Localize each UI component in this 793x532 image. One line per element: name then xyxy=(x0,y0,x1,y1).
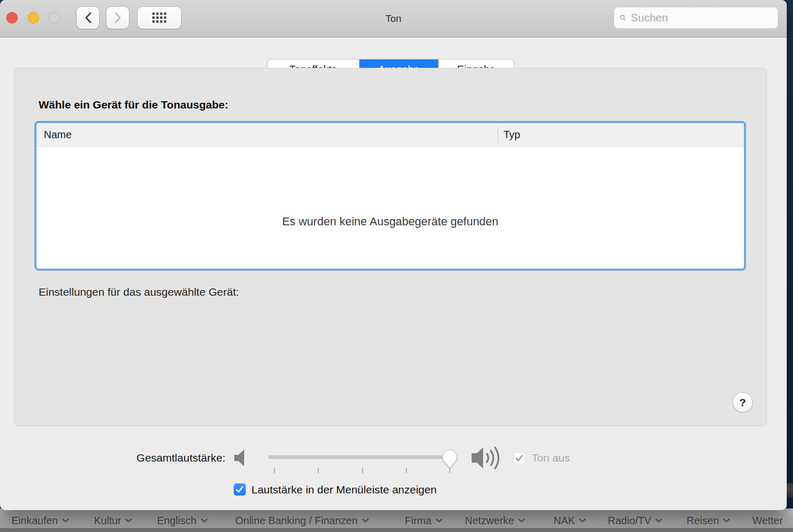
bookmark-item[interactable]: Wetter xyxy=(752,513,783,528)
bookmark-label: Englisch xyxy=(157,515,197,527)
bookmark-item[interactable]: NAK xyxy=(554,513,586,528)
zoom-button[interactable] xyxy=(49,12,60,23)
chevron-left-icon xyxy=(85,12,92,23)
chevron-down-icon xyxy=(362,518,369,523)
bookmark-label: Reisen xyxy=(687,515,719,527)
column-divider[interactable] xyxy=(498,126,498,143)
chevron-down-icon xyxy=(125,518,132,523)
minimize-button[interactable] xyxy=(28,12,39,23)
titlebar: Ton xyxy=(0,0,787,38)
menubar-volume-checkbox[interactable] xyxy=(234,483,246,495)
forward-button[interactable] xyxy=(106,7,129,29)
slider-thumb[interactable] xyxy=(441,449,458,469)
screen: Einkaufen Kultur Englisch Online Banking… xyxy=(0,0,793,532)
bookmark-item[interactable]: Radio/TV xyxy=(608,513,662,528)
check-icon xyxy=(515,455,523,462)
show-all-button[interactable] xyxy=(138,7,181,29)
bookmark-label: Kultur xyxy=(94,515,121,527)
master-volume-label: Gesamtlautstärke: xyxy=(83,452,225,464)
sound-preferences-window: Ton Toneffekte Ausgabe Eingabe Wähle ein… xyxy=(0,0,787,510)
bookmark-item[interactable]: Kultur xyxy=(94,513,132,528)
bookmark-item[interactable]: Firma xyxy=(405,513,442,528)
search-field[interactable] xyxy=(614,7,778,29)
bookmark-label: Netzwerke xyxy=(465,515,514,527)
bookmark-label: Online Banking / Finanzen xyxy=(235,515,358,527)
mute-checkbox[interactable] xyxy=(513,452,525,464)
bookmark-item[interactable]: Online Banking / Finanzen xyxy=(235,513,369,528)
master-volume-slider[interactable] xyxy=(268,448,456,474)
slider-tick xyxy=(318,468,319,473)
check-icon xyxy=(236,486,244,493)
column-header-typ[interactable]: Typ xyxy=(503,123,520,147)
help-button[interactable]: ? xyxy=(733,393,752,412)
empty-state-message: Es wurden keine Ausgabegeräte gefunden xyxy=(37,215,744,228)
bookmark-label: Radio/TV xyxy=(608,515,651,527)
bookmark-label: Firma xyxy=(405,515,431,527)
chevron-down-icon xyxy=(723,518,730,523)
chevron-down-icon xyxy=(201,518,208,523)
bookmarks-bar: Einkaufen Kultur Englisch Online Banking… xyxy=(0,509,793,532)
slider-tick xyxy=(274,468,275,473)
bookmark-item[interactable]: Netzwerke xyxy=(465,513,525,528)
slider-track[interactable] xyxy=(268,455,455,459)
search-input[interactable] xyxy=(631,11,772,24)
slider-tick xyxy=(406,468,407,473)
bookmarks-bar-edge xyxy=(0,528,793,532)
question-mark-icon: ? xyxy=(739,396,746,409)
chevron-down-icon xyxy=(579,518,586,523)
grid-icon xyxy=(152,13,166,23)
bookmark-label: Wetter xyxy=(752,515,783,527)
output-device-table[interactable]: Name Typ Es wurden keine Ausgabegeräte g… xyxy=(34,121,746,271)
close-button[interactable] xyxy=(6,12,18,23)
bookmark-label: NAK xyxy=(554,515,575,527)
chevron-down-icon xyxy=(655,518,662,523)
output-device-heading: Wähle ein Gerät für die Tonausgabe: xyxy=(39,99,229,111)
selected-device-settings-heading: Einstellungen für das ausgewählte Gerät: xyxy=(39,286,239,298)
bookmark-item[interactable]: Reisen xyxy=(687,513,730,528)
bookmark-item[interactable]: Englisch xyxy=(157,513,208,528)
chevron-down-icon xyxy=(518,518,525,523)
speaker-loud-icon xyxy=(471,445,503,471)
chevron-down-icon xyxy=(436,518,442,523)
column-header-name[interactable]: Name xyxy=(44,123,71,147)
search-icon xyxy=(620,12,626,23)
chevron-right-icon xyxy=(114,12,122,23)
menubar-volume-label: Lautstärke in der Menüleiste anzeigen xyxy=(251,483,437,496)
mute-label: Ton aus xyxy=(532,452,570,464)
back-button[interactable] xyxy=(77,7,99,29)
table-header-row: Name Typ xyxy=(37,123,744,147)
speaker-quiet-icon xyxy=(233,448,247,468)
bookmark-label: Einkaufen xyxy=(11,515,58,527)
slider-tick xyxy=(362,468,363,473)
chevron-down-icon xyxy=(62,518,69,523)
bookmark-item[interactable]: Einkaufen xyxy=(11,513,69,528)
